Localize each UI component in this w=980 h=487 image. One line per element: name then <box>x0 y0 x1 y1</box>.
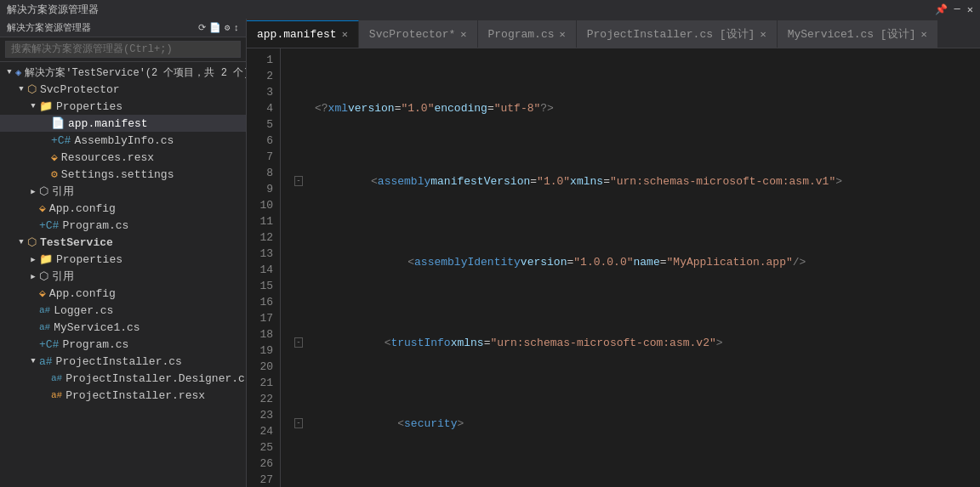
solution-explorer: 解决方案资源管理器 ⟳ 📄 ⚙ ↕ ▼ ◈ 解决方案'TestService'(… <box>0 19 247 487</box>
sidebar-item-program2[interactable]: +C# Program.cs <box>0 336 246 353</box>
file-label: MyService1.cs <box>54 321 140 334</box>
search-bar <box>0 37 246 62</box>
sidebar-item-solution[interactable]: ▼ ◈ 解决方案'TestService'(2 个项目，共 2 个) <box>0 64 246 81</box>
spacer <box>39 374 51 382</box>
sidebar-item-resources[interactable]: ⬙ Resources.resx <box>0 149 246 166</box>
sidebar-item-projectinstaller-resx[interactable]: a# ProjectInstaller.resx <box>0 387 246 404</box>
line-numbers: 1 2 3 4 5 6 7 8 9 10 11 12 13 14 15 16 1… <box>247 48 281 487</box>
properties-icon[interactable]: ⚙ <box>225 22 231 33</box>
expand-icon[interactable]: ↕ <box>233 23 239 33</box>
sidebar-item-settings[interactable]: ⚙ Settings.settings <box>0 166 246 183</box>
cs-icon: +C# <box>39 338 59 351</box>
spacer <box>27 289 39 297</box>
sidebar-item-ref2[interactable]: ▶ ⬡ 引用 <box>0 268 246 285</box>
tab-close-icon[interactable]: ✕ <box>760 28 766 41</box>
file-label: ProjectInstaller.cs <box>56 355 182 368</box>
file-label: ProjectInstaller.resx <box>66 389 205 402</box>
tab-close-icon[interactable]: ✕ <box>342 28 348 41</box>
cs-icon: +C# <box>51 134 71 147</box>
project-icon: ⬡ <box>27 235 37 249</box>
file-label: Resources.resx <box>61 151 154 164</box>
sidebar-item-assemblyinfo[interactable]: +C# AssemblyInfo.cs <box>0 132 246 149</box>
tab-label: SvcProtector* <box>369 28 455 41</box>
file-label: Program.cs <box>62 338 128 351</box>
project-icon: ⬡ <box>27 82 37 96</box>
folder-icon: 📁 <box>39 99 53 113</box>
spacer <box>39 170 51 178</box>
sidebar-item-testservice[interactable]: ▼ ⬡ TestService <box>0 234 246 251</box>
tree-view: ▼ ◈ 解决方案'TestService'(2 个项目，共 2 个) ▼ ⬡ S… <box>0 62 246 487</box>
project-label: SvcProtector <box>40 83 120 96</box>
file-label: App.config <box>49 202 116 215</box>
tab-app-manifest[interactable]: app.manifest ✕ <box>247 20 359 48</box>
tab-label: app.manifest <box>257 28 337 41</box>
code-content[interactable]: <?xml version="1.0" encoding="utf-8"?> -… <box>281 48 980 487</box>
sidebar-item-svcprotector[interactable]: ▼ ⬡ SvcProtector <box>0 81 246 98</box>
cs-icon: +C# <box>39 219 59 232</box>
expand-chevron: ▼ <box>15 238 27 246</box>
sidebar-item-appconfig2[interactable]: ⬙ App.config <box>0 285 246 302</box>
resx-icon: ⬙ <box>51 150 58 164</box>
tab-program[interactable]: Program.cs ✕ <box>478 20 577 48</box>
tab-close-icon[interactable]: ✕ <box>560 28 566 41</box>
manifest-icon: 📄 <box>51 116 65 130</box>
new-file-icon[interactable]: 📄 <box>209 22 221 33</box>
cs-icon: a# <box>39 322 50 332</box>
sidebar-item-projectinstaller[interactable]: ▼ a# ProjectInstaller.cs <box>0 353 246 370</box>
spacer <box>39 136 51 144</box>
spacer <box>27 323 39 331</box>
tab-svcprotector[interactable]: SvcProtector* ✕ <box>359 20 478 48</box>
ref-icon: ⬡ <box>39 269 48 283</box>
sidebar-header-title: 解决方案资源管理器 <box>7 21 91 34</box>
close-icon[interactable]: ✕ <box>967 3 973 16</box>
resx-icon: a# <box>51 390 62 400</box>
tab-label: Program.cs <box>488 28 555 41</box>
spacer <box>39 119 51 127</box>
search-input[interactable] <box>5 41 241 58</box>
folder-icon: 📁 <box>39 252 53 266</box>
sidebar-item-appconfig1[interactable]: ⬙ App.config <box>0 200 246 217</box>
tab-label: MyService1.cs [设计] <box>788 26 916 42</box>
file-label: App.config <box>49 287 116 300</box>
spacer <box>39 391 51 399</box>
tab-close-icon[interactable]: ✕ <box>920 28 926 41</box>
solution-icon: ◈ <box>15 66 21 79</box>
sidebar-item-logger[interactable]: a# Logger.cs <box>0 302 246 319</box>
expand-chevron: ▼ <box>3 68 15 76</box>
folder-label: Properties <box>56 253 122 266</box>
spacer <box>27 306 39 314</box>
sidebar-item-properties[interactable]: ▼ 📁 Properties <box>0 98 246 115</box>
sync-icon[interactable]: ⟳ <box>198 22 206 33</box>
tab-label: ProjectInstaller.cs [设计] <box>587 26 755 42</box>
title-bar-text: 解决方案资源管理器 <box>7 3 99 17</box>
expand-chevron: ▶ <box>27 255 39 264</box>
pin-icon[interactable]: 📌 <box>935 3 948 16</box>
file-label: AssemblyInfo.cs <box>74 134 174 147</box>
tab-close-icon[interactable]: ✕ <box>460 28 466 41</box>
sidebar-item-app-manifest[interactable]: 📄 app.manifest <box>0 115 246 132</box>
cs-icon: a# <box>39 355 53 368</box>
minimize-icon[interactable]: — <box>954 3 960 16</box>
expand-chevron: ▼ <box>27 357 39 365</box>
code-line: - <trustInfo xmlns="urn:schemas-microsof… <box>294 326 980 359</box>
expand-chevron: ▼ <box>27 102 39 110</box>
sidebar-item-myservice1[interactable]: a# MyService1.cs <box>0 319 246 336</box>
spacer <box>39 153 51 161</box>
tab-projectinstaller[interactable]: ProjectInstaller.cs [设计] ✕ <box>577 20 778 48</box>
ref-label: 引用 <box>52 269 74 284</box>
sidebar-item-projectinstaller-designer[interactable]: a# ProjectInstaller.Designer.cs <box>0 370 246 387</box>
spacer <box>27 221 39 229</box>
expand-chevron: ▶ <box>27 272 39 281</box>
editor-area: app.manifest ✕ SvcProtector* ✕ Program.c… <box>247 19 980 487</box>
ref-label: 引用 <box>52 184 74 199</box>
settings-icon: ⚙ <box>51 167 58 181</box>
sidebar-item-ref1[interactable]: ▶ ⬡ 引用 <box>0 183 246 200</box>
tab-myservice1[interactable]: MyService1.cs [设计] ✕ <box>778 20 938 48</box>
code-editor[interactable]: 1 2 3 4 5 6 7 8 9 10 11 12 13 14 15 16 1… <box>247 48 980 487</box>
sidebar-header: 解决方案资源管理器 ⟳ 📄 ⚙ ↕ <box>0 19 246 37</box>
sidebar-item-properties2[interactable]: ▶ 📁 Properties <box>0 251 246 268</box>
file-label: Logger.cs <box>54 304 113 317</box>
config-icon: ⬙ <box>39 286 46 300</box>
code-line: - <assembly manifestVersion="1.0" xmlns=… <box>294 165 980 197</box>
sidebar-item-program1[interactable]: +C# Program.cs <box>0 217 246 234</box>
